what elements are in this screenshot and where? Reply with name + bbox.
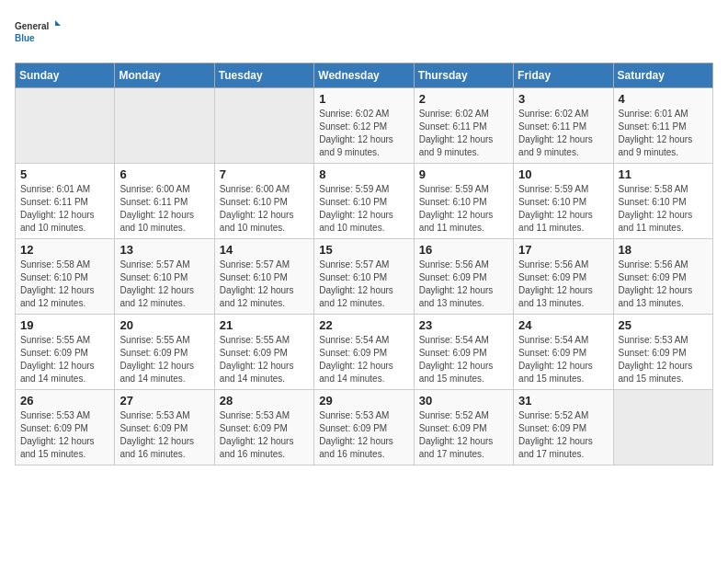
calendar-cell: 23Sunrise: 5:54 AM Sunset: 6:09 PM Dayli… <box>414 315 513 390</box>
svg-text:Blue: Blue <box>15 33 35 43</box>
calendar-cell <box>613 390 712 465</box>
day-info: Sunrise: 6:00 AM Sunset: 6:11 PM Dayligh… <box>119 183 209 235</box>
day-number: 2 <box>419 92 508 106</box>
calendar-cell: 1Sunrise: 6:02 AM Sunset: 6:12 PM Daylig… <box>314 88 414 164</box>
day-number: 25 <box>619 318 708 332</box>
calendar-cell: 19Sunrise: 5:55 AM Sunset: 6:09 PM Dayli… <box>16 315 115 390</box>
day-number: 28 <box>220 394 309 408</box>
day-info: Sunrise: 5:55 AM Sunset: 6:09 PM Dayligh… <box>220 334 309 385</box>
day-info: Sunrise: 5:52 AM Sunset: 6:09 PM Dayligh… <box>518 409 608 461</box>
day-number: 13 <box>119 243 209 257</box>
day-info: Sunrise: 5:55 AM Sunset: 6:09 PM Dayligh… <box>20 334 109 385</box>
day-info: Sunrise: 5:59 AM Sunset: 6:10 PM Dayligh… <box>518 183 608 235</box>
day-info: Sunrise: 5:53 AM Sunset: 6:09 PM Dayligh… <box>220 409 309 461</box>
day-info: Sunrise: 5:56 AM Sunset: 6:09 PM Dayligh… <box>419 259 508 310</box>
day-number: 11 <box>619 167 708 181</box>
svg-text:General: General <box>15 21 49 31</box>
day-info: Sunrise: 6:02 AM Sunset: 6:11 PM Dayligh… <box>419 108 508 159</box>
day-info: Sunrise: 5:56 AM Sunset: 6:09 PM Dayligh… <box>518 259 608 310</box>
calendar-cell: 10Sunrise: 5:59 AM Sunset: 6:10 PM Dayli… <box>514 164 613 239</box>
day-number: 14 <box>220 243 309 257</box>
day-number: 24 <box>518 318 608 332</box>
calendar-cell: 6Sunrise: 6:00 AM Sunset: 6:11 PM Daylig… <box>115 164 214 239</box>
day-info: Sunrise: 5:58 AM Sunset: 6:10 PM Dayligh… <box>619 183 708 235</box>
day-number: 27 <box>119 394 209 408</box>
day-number: 17 <box>518 243 608 257</box>
day-info: Sunrise: 5:59 AM Sunset: 6:10 PM Dayligh… <box>419 183 508 235</box>
calendar-cell: 7Sunrise: 6:00 AM Sunset: 6:10 PM Daylig… <box>214 164 313 239</box>
day-number: 31 <box>518 394 608 408</box>
day-info: Sunrise: 5:53 AM Sunset: 6:09 PM Dayligh… <box>319 409 408 461</box>
weekday-header-wednesday: Wednesday <box>314 63 414 88</box>
calendar-cell: 24Sunrise: 5:54 AM Sunset: 6:09 PM Dayli… <box>514 315 613 390</box>
day-number: 4 <box>619 92 708 106</box>
calendar-cell <box>115 88 214 164</box>
week-row-2: 5Sunrise: 6:01 AM Sunset: 6:11 PM Daylig… <box>16 164 713 239</box>
calendar-cell: 16Sunrise: 5:56 AM Sunset: 6:09 PM Dayli… <box>414 239 513 315</box>
day-info: Sunrise: 5:53 AM Sunset: 6:09 PM Dayligh… <box>20 409 109 461</box>
calendar-table: SundayMondayTuesdayWednesdayThursdayFrid… <box>15 63 713 465</box>
calendar-cell: 3Sunrise: 6:02 AM Sunset: 6:11 PM Daylig… <box>514 88 613 164</box>
day-number: 22 <box>319 318 408 332</box>
day-info: Sunrise: 5:56 AM Sunset: 6:09 PM Dayligh… <box>619 259 708 310</box>
week-row-3: 12Sunrise: 5:58 AM Sunset: 6:10 PM Dayli… <box>16 239 713 315</box>
day-number: 20 <box>119 318 209 332</box>
day-number: 5 <box>20 167 109 181</box>
day-info: Sunrise: 6:01 AM Sunset: 6:11 PM Dayligh… <box>619 108 708 159</box>
day-number: 1 <box>319 92 408 106</box>
day-info: Sunrise: 5:54 AM Sunset: 6:09 PM Dayligh… <box>419 334 508 385</box>
day-number: 10 <box>518 167 608 181</box>
day-info: Sunrise: 5:57 AM Sunset: 6:10 PM Dayligh… <box>319 259 408 310</box>
calendar-cell: 12Sunrise: 5:58 AM Sunset: 6:10 PM Dayli… <box>16 239 115 315</box>
calendar-cell: 4Sunrise: 6:01 AM Sunset: 6:11 PM Daylig… <box>613 88 712 164</box>
calendar-cell: 30Sunrise: 5:52 AM Sunset: 6:09 PM Dayli… <box>414 390 513 465</box>
day-info: Sunrise: 5:52 AM Sunset: 6:09 PM Dayligh… <box>419 409 508 461</box>
header: General Blue <box>15 15 713 52</box>
logo: General Blue <box>15 15 61 52</box>
calendar-cell: 9Sunrise: 5:59 AM Sunset: 6:10 PM Daylig… <box>414 164 513 239</box>
day-number: 9 <box>419 167 508 181</box>
weekday-header-saturday: Saturday <box>613 63 712 88</box>
day-number: 18 <box>619 243 708 257</box>
day-number: 3 <box>518 92 608 106</box>
day-info: Sunrise: 5:58 AM Sunset: 6:10 PM Dayligh… <box>20 259 109 310</box>
week-row-5: 26Sunrise: 5:53 AM Sunset: 6:09 PM Dayli… <box>16 390 713 465</box>
day-info: Sunrise: 5:53 AM Sunset: 6:09 PM Dayligh… <box>119 409 209 461</box>
day-number: 16 <box>419 243 508 257</box>
calendar-cell: 31Sunrise: 5:52 AM Sunset: 6:09 PM Dayli… <box>514 390 613 465</box>
day-info: Sunrise: 5:55 AM Sunset: 6:09 PM Dayligh… <box>119 334 209 385</box>
day-number: 12 <box>20 243 109 257</box>
calendar-cell: 5Sunrise: 6:01 AM Sunset: 6:11 PM Daylig… <box>16 164 115 239</box>
day-info: Sunrise: 5:53 AM Sunset: 6:09 PM Dayligh… <box>619 334 708 385</box>
week-row-4: 19Sunrise: 5:55 AM Sunset: 6:09 PM Dayli… <box>16 315 713 390</box>
day-info: Sunrise: 6:02 AM Sunset: 6:11 PM Dayligh… <box>518 108 608 159</box>
weekday-header-sunday: Sunday <box>16 63 115 88</box>
weekday-header-monday: Monday <box>115 63 214 88</box>
day-number: 30 <box>419 394 508 408</box>
day-number: 23 <box>419 318 508 332</box>
day-info: Sunrise: 5:57 AM Sunset: 6:10 PM Dayligh… <box>119 259 209 310</box>
day-number: 26 <box>20 394 109 408</box>
day-number: 7 <box>220 167 309 181</box>
day-info: Sunrise: 5:57 AM Sunset: 6:10 PM Dayligh… <box>220 259 309 310</box>
calendar-cell: 22Sunrise: 5:54 AM Sunset: 6:09 PM Dayli… <box>314 315 414 390</box>
calendar-cell: 15Sunrise: 5:57 AM Sunset: 6:10 PM Dayli… <box>314 239 414 315</box>
logo-icon: General Blue <box>15 15 61 52</box>
weekday-header-friday: Friday <box>514 63 613 88</box>
calendar-cell: 17Sunrise: 5:56 AM Sunset: 6:09 PM Dayli… <box>514 239 613 315</box>
calendar-cell: 25Sunrise: 5:53 AM Sunset: 6:09 PM Dayli… <box>613 315 712 390</box>
calendar-cell <box>16 88 115 164</box>
day-number: 19 <box>20 318 109 332</box>
day-info: Sunrise: 6:01 AM Sunset: 6:11 PM Dayligh… <box>20 183 109 235</box>
day-info: Sunrise: 5:59 AM Sunset: 6:10 PM Dayligh… <box>319 183 408 235</box>
weekday-header-thursday: Thursday <box>414 63 513 88</box>
calendar-cell <box>214 88 313 164</box>
calendar-cell: 18Sunrise: 5:56 AM Sunset: 6:09 PM Dayli… <box>613 239 712 315</box>
weekday-header-tuesday: Tuesday <box>214 63 313 88</box>
calendar-cell: 8Sunrise: 5:59 AM Sunset: 6:10 PM Daylig… <box>314 164 414 239</box>
day-info: Sunrise: 5:54 AM Sunset: 6:09 PM Dayligh… <box>518 334 608 385</box>
day-number: 29 <box>319 394 408 408</box>
svg-marker-2 <box>55 20 61 26</box>
week-row-1: 1Sunrise: 6:02 AM Sunset: 6:12 PM Daylig… <box>16 88 713 164</box>
day-number: 15 <box>319 243 408 257</box>
